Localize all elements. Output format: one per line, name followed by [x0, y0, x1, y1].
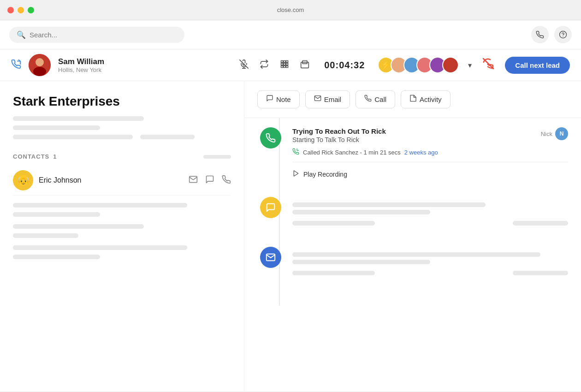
skeleton-1	[13, 116, 144, 121]
call-label: Call	[374, 95, 386, 103]
skeleton-5	[13, 203, 187, 208]
email-label: Email	[324, 95, 342, 103]
svg-marker-21	[410, 95, 416, 101]
contact-row: 👴 Eric Johnson	[13, 166, 231, 196]
svg-rect-13	[284, 63, 285, 65]
contact-name-eric: Eric Johnson	[39, 176, 183, 184]
right-panel: Note Email Call Activity	[244, 81, 581, 391]
contacts-count: 1	[53, 153, 56, 160]
call-timer: 00:04:32	[324, 60, 365, 71]
timeline-item-call: Trying To Reach Out To Rick Starting To …	[257, 127, 568, 178]
search-input-wrap[interactable]: 🔍	[9, 27, 184, 43]
mute-button[interactable]	[237, 58, 250, 73]
timeline-call-icon	[260, 127, 281, 148]
action-bar: Note Email Call Activity	[244, 90, 581, 118]
top-right-icons	[531, 26, 572, 43]
skel-c1	[292, 202, 486, 207]
contacts-header: CONTACTS 1	[13, 153, 231, 160]
timeline-call-meta-time[interactable]: 2 weeks ago	[404, 149, 438, 156]
skel-e3	[292, 271, 375, 275]
timeline-call-user-avatar: N	[555, 127, 568, 140]
skeleton-4	[140, 135, 195, 139]
skel-e1	[292, 252, 540, 257]
timeline: Trying To Reach Out To Rick Starting To …	[244, 118, 581, 306]
contact-email-button[interactable]	[189, 175, 198, 186]
activity-button[interactable]: Activity	[401, 90, 451, 108]
avatars-group: ⚡	[378, 57, 459, 73]
minimize-window-button[interactable]	[18, 7, 24, 13]
skeleton-7	[13, 224, 144, 229]
timeline-call-titles: Trying To Reach Out To Rick Starting To …	[292, 127, 541, 143]
skeleton-8	[13, 233, 78, 238]
avatar-5	[442, 57, 459, 73]
skel-e4	[513, 271, 568, 275]
call-button[interactable]: Call	[356, 90, 395, 108]
timeline-email-content	[292, 247, 568, 278]
search-icon: 🔍	[17, 30, 26, 39]
avatars-dropdown-button[interactable]: ▾	[468, 61, 472, 70]
skeleton-2	[13, 125, 100, 130]
svg-rect-17	[286, 65, 288, 67]
contact-avatar-eric: 👴	[13, 170, 33, 190]
maximize-window-button[interactable]	[28, 7, 34, 13]
svg-marker-22	[294, 171, 298, 176]
contacts-label: CONTACTS	[13, 153, 49, 160]
divider-1	[292, 162, 568, 162]
play-recording-button[interactable]: Play Recording	[292, 170, 568, 178]
skeleton-6	[13, 212, 100, 217]
left-panel: Stark Enterprises CONTACTS 1 👴 Eric John…	[0, 81, 244, 391]
skeleton-row-1	[13, 135, 231, 144]
phone-icon-button[interactable]	[531, 26, 549, 43]
timeline-call-header: Trying To Reach Out To Rick Starting To …	[292, 127, 568, 143]
email-button[interactable]: Email	[305, 90, 350, 108]
call-bar: Sam William Hollis, New York 00:04:32 ⚡ …	[0, 49, 581, 81]
timeline-call-meta-icon	[292, 148, 299, 156]
dialpad-button[interactable]	[278, 58, 291, 73]
skel-c2	[292, 210, 430, 214]
svg-rect-15	[281, 65, 283, 67]
note-button[interactable]: Note	[257, 90, 300, 108]
timeline-call-title: Trying To Reach Out To Rick	[292, 127, 541, 135]
outgoing-call-icon	[11, 59, 21, 71]
timeline-call-user: Nick N	[541, 127, 568, 140]
timeline-call-content: Trying To Reach Out To Rick Starting To …	[292, 127, 568, 178]
search-input[interactable]	[30, 31, 177, 39]
hangup-button[interactable]	[479, 56, 498, 74]
timeline-item-email	[257, 247, 568, 278]
skeleton-edit	[203, 155, 231, 159]
svg-rect-12	[281, 63, 283, 65]
help-icon-button[interactable]	[554, 26, 572, 43]
timeline-email-icon	[260, 247, 281, 268]
call-controls: 00:04:32 ⚡ ▾	[237, 56, 498, 74]
note-label: Note	[276, 95, 291, 103]
titlebar: close.com	[0, 0, 581, 20]
window-controls	[7, 7, 34, 13]
svg-rect-14	[286, 63, 288, 65]
contact-row-actions	[189, 175, 231, 186]
contact-chat-button[interactable]	[205, 175, 214, 186]
timeline-chat-content	[292, 197, 568, 228]
svg-rect-10	[284, 60, 285, 62]
transfer-button[interactable]	[258, 58, 271, 73]
call-next-lead-button[interactable]: Call next lead	[505, 57, 570, 74]
contact-location: Hollis, New York	[58, 66, 230, 73]
skel-c3	[292, 221, 375, 226]
searchbar-row: 🔍	[0, 20, 581, 49]
close-window-button[interactable]	[7, 7, 14, 13]
skeleton-9	[13, 245, 187, 250]
svg-rect-16	[284, 65, 285, 67]
email-icon	[314, 95, 321, 104]
record-button[interactable]	[298, 58, 311, 73]
timeline-call-meta: Called Rick Sanchez - 1 min 21 secs 2 we…	[292, 148, 568, 156]
svg-rect-11	[286, 60, 288, 62]
skeleton-3	[13, 135, 133, 139]
contact-phone-button[interactable]	[222, 175, 231, 186]
timeline-call-meta-text: Called Rick Sanchez - 1 min 21 secs	[303, 149, 401, 156]
activity-label: Activity	[420, 95, 442, 103]
play-recording-label: Play Recording	[303, 171, 347, 178]
company-name: Stark Enterprises	[13, 94, 231, 109]
skeleton-10	[13, 255, 100, 259]
contact-avatar	[29, 54, 51, 76]
contact-name: Sam William	[58, 57, 230, 66]
titlebar-url: close.com	[277, 6, 304, 13]
